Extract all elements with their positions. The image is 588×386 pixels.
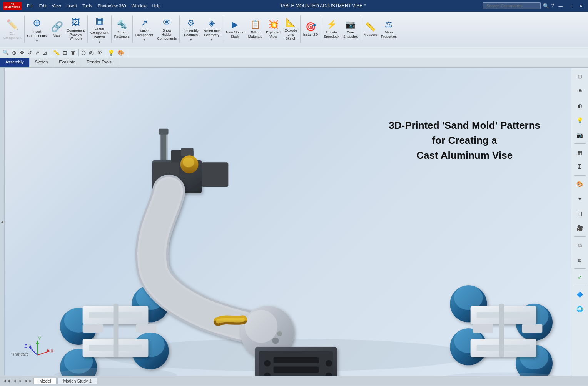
- window-title: TABLE MOUNTED ADJUSTMENT VISE *: [280, 3, 366, 8]
- sidebar-separator-5: [574, 286, 586, 286]
- table-btn[interactable]: ▦: [573, 145, 587, 159]
- perspective-btn[interactable]: 📷: [573, 128, 587, 142]
- appearance-btn[interactable]: 🎨: [116, 49, 125, 57]
- lighting-btn2[interactable]: ✦: [573, 192, 587, 206]
- menu-item-photoview-360[interactable]: PhotoView 360: [95, 3, 129, 9]
- decal-btn[interactable]: ◱: [573, 206, 587, 220]
- copy-scene-btn[interactable]: ⧉: [573, 238, 587, 252]
- svg-marker-60: [36, 341, 39, 344]
- nav-next[interactable]: ►: [18, 379, 24, 383]
- toolbar-separator-2: [78, 49, 79, 56]
- insert-components-button[interactable]: ⊕ InsertComponents: [25, 16, 49, 39]
- menu-item-edit[interactable]: Edit: [37, 3, 49, 9]
- menu-item-view[interactable]: View: [50, 3, 63, 9]
- view-orientation-2[interactable]: ⬡: [80, 49, 87, 57]
- svg-rect-50: [499, 304, 504, 357]
- insert-components-dropdown[interactable]: ▼: [35, 39, 38, 43]
- move-component-button[interactable]: ↗ MoveComponent: [134, 17, 155, 38]
- svg-rect-52: [522, 324, 542, 333]
- menu-item-file[interactable]: File: [25, 3, 36, 9]
- instant3d-button[interactable]: 🎯 Instant3D: [301, 21, 320, 38]
- nav-prev[interactable]: ◄: [12, 379, 18, 383]
- viewport[interactable]: X Y Z 3D-Printed 'Sand Mold' Patterns fo…: [5, 68, 571, 376]
- nav-first[interactable]: ◄◄: [2, 379, 12, 383]
- linear-pattern-button[interactable]: ▦ LinearComponentPattern: [89, 15, 110, 40]
- view-selector[interactable]: 🔍: [2, 49, 10, 56]
- show-hidden-button[interactable]: 👁 ShowHiddenComponents: [155, 17, 179, 42]
- svg-rect-37: [274, 367, 319, 373]
- toolbar2: 🔍 ⊕ ✥ ↺ ↗ ⊿ 📏 ⊞ ▣ ⬡ ◎ 👁 💡 🎨: [0, 47, 588, 58]
- exploded-view-icon: 💥: [268, 20, 279, 30]
- tab-evaluate[interactable]: Evaluate: [53, 58, 81, 67]
- mass-properties-button[interactable]: ⚖ MassProperties: [379, 18, 399, 40]
- tab-motion-study-1[interactable]: Motion Study 1: [57, 378, 97, 384]
- take-snapshot-label: TakeSnapshot: [343, 30, 358, 39]
- help-icon[interactable]: ?: [551, 3, 554, 8]
- display-style-btn[interactable]: ◐: [573, 99, 587, 113]
- svg-line-56: [37, 351, 50, 355]
- menu-item-window[interactable]: Window: [129, 3, 149, 9]
- new-motion-button[interactable]: ▶ New MotionStudy: [224, 18, 246, 40]
- update-speedpak-icon: ⚡: [326, 20, 337, 30]
- maximize-btn[interactable]: □: [567, 3, 575, 8]
- edit-component-button[interactable]: ✏️ EditComponent: [2, 18, 23, 41]
- mass-properties-label: MassProperties: [381, 30, 397, 39]
- select-tool[interactable]: ↗: [34, 49, 41, 57]
- explode-line-label: ExplodeLineSketch: [285, 28, 297, 41]
- assembly-features-button[interactable]: ⚙ AssemblyFeatures: [180, 17, 201, 38]
- instant3d-icon: 🎯: [306, 22, 316, 32]
- section-view[interactable]: ▣: [69, 49, 77, 57]
- appearance-btn2[interactable]: 🎨: [573, 177, 587, 191]
- smart-fasteners-label: SmartFasteners: [114, 30, 130, 39]
- paste-scene-btn[interactable]: ⧆: [573, 253, 587, 267]
- titlebar: DSSOLIDWORKS FileEditViewInsertToolsPhot…: [0, 0, 588, 12]
- measure-tool[interactable]: 📏: [52, 49, 61, 57]
- measure-button[interactable]: 📏 Measure: [362, 21, 379, 38]
- viewport-annotation: 3D-Printed 'Sand Mold' Patterns for Crea…: [389, 118, 540, 163]
- snap-tool[interactable]: ⊿: [42, 49, 48, 57]
- mate-button[interactable]: 🔗 Mate: [49, 20, 65, 39]
- tab-assembly[interactable]: Assembly: [0, 58, 30, 67]
- hide-show-btn[interactable]: 👁: [573, 84, 587, 98]
- reference-geometry-button[interactable]: ◈ ReferenceGeometry: [201, 17, 222, 38]
- tab-sketch[interactable]: Sketch: [30, 58, 54, 67]
- scene-lights-btn[interactable]: 💡: [573, 113, 587, 127]
- view-tool2[interactable]: ⊞: [62, 49, 68, 57]
- menu-item-tools[interactable]: Tools: [80, 3, 95, 9]
- check-btn[interactable]: ✓: [573, 270, 587, 284]
- minimize-btn[interactable]: —: [556, 3, 565, 8]
- camera-btn2[interactable]: 🎥: [573, 221, 587, 235]
- explode-line-button[interactable]: 📐 ExplodeLineSketch: [282, 17, 299, 42]
- linear-pattern-dropdown[interactable]: ▼: [98, 40, 101, 44]
- display-style-2[interactable]: ◎: [88, 49, 95, 57]
- menu-item-insert[interactable]: Insert: [64, 3, 79, 9]
- sigma-btn[interactable]: Σ: [573, 160, 587, 174]
- take-snapshot-button[interactable]: 📷 TakeSnapshot: [341, 18, 360, 40]
- sidebar-separator-4: [574, 268, 586, 269]
- bill-of-materials-button[interactable]: 📋 Bill ofMaterials: [246, 18, 264, 40]
- svg-point-29: [277, 331, 282, 336]
- lighting-btn[interactable]: 💡: [107, 49, 115, 57]
- exploded-view-button[interactable]: 💥 ExplodedView: [264, 18, 282, 40]
- component-preview-button[interactable]: 🖼 ComponentPreviewWindow: [65, 17, 87, 42]
- collapse-icon: ◄: [0, 220, 4, 224]
- smart-fasteners-button[interactable]: 🔩 SmartFasteners: [112, 18, 132, 40]
- pan[interactable]: ✥: [18, 49, 25, 57]
- close-btn[interactable]: ✕: [577, 3, 585, 8]
- reference-geometry-dropdown[interactable]: ▼: [210, 38, 213, 42]
- menu-item-help[interactable]: Help: [150, 3, 163, 9]
- assembly-features-dropdown[interactable]: ▼: [189, 38, 192, 42]
- resources-btn[interactable]: 🔷: [573, 288, 587, 301]
- tab-render-tools[interactable]: Render Tools: [81, 58, 117, 67]
- tab-model[interactable]: Model: [33, 378, 57, 384]
- nav-last[interactable]: ►►: [24, 379, 34, 383]
- left-panel-collapse[interactable]: ◄: [0, 68, 5, 376]
- move-component-dropdown[interactable]: ▼: [143, 38, 146, 42]
- view-orientation-btn[interactable]: ⊞: [573, 70, 587, 83]
- update-speedpak-button[interactable]: ⚡ UpdateSpeedpak: [322, 18, 341, 40]
- search-input[interactable]: [483, 2, 541, 9]
- web-btn[interactable]: 🌐: [573, 302, 587, 316]
- rotate-view[interactable]: ↺: [26, 49, 33, 57]
- zoom-in[interactable]: ⊕: [11, 49, 18, 57]
- hide-components[interactable]: 👁: [95, 49, 103, 57]
